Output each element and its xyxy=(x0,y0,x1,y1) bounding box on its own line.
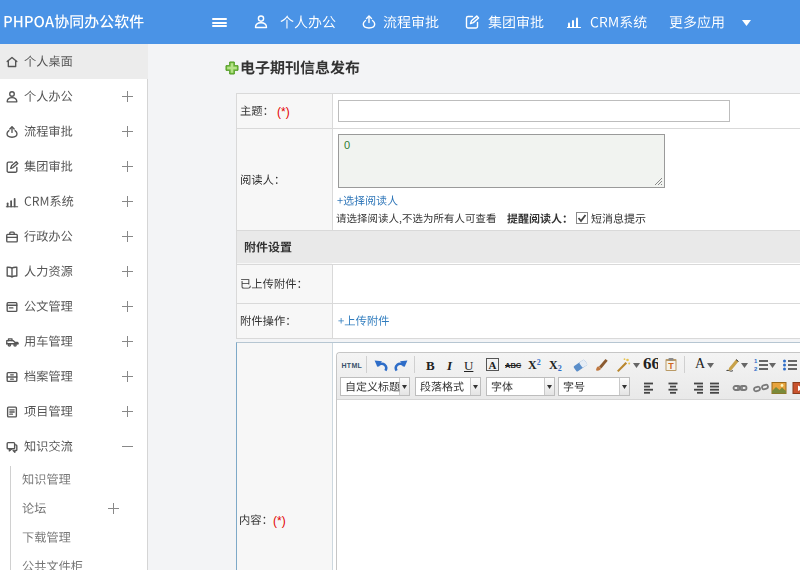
svg-text:1: 1 xyxy=(754,358,758,364)
svg-text:66: 66 xyxy=(643,356,658,372)
svg-text:2: 2 xyxy=(754,366,758,372)
svg-text:T: T xyxy=(668,361,674,371)
